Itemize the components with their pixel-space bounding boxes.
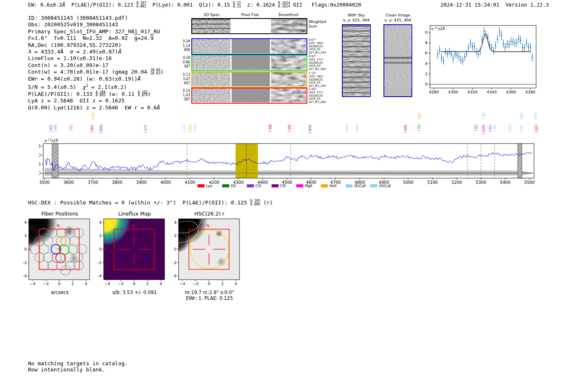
masked-region (518, 144, 522, 178)
line-legend: LyαOIICIVCIIIMgIIHeII(K)CaII(H)CaII (197, 184, 391, 188)
spec2d-col-header-2: Smoothed (269, 12, 308, 17)
legend-label: OII (231, 184, 236, 188)
fiber-panel-title: Fiber Positions (23, 211, 97, 217)
svg-text:8: 8 (425, 40, 427, 45)
emission-line-label: Hδ ( (344, 125, 348, 132)
svg-text:2: 2 (425, 72, 427, 76)
noise-texture (271, 39, 306, 53)
footer-line-1: No matching targets in catalog. (28, 360, 128, 366)
legend-swatch (296, 184, 303, 188)
spec2d-col-header-0: 2D Spec (192, 12, 231, 17)
legend-swatch (321, 184, 328, 188)
spec2d-row (191, 72, 307, 88)
svg-text:−2: −2 (172, 260, 177, 265)
svg-text:−4: −4 (30, 281, 35, 286)
info-line: F=1.6" T=0.111 N=1.32 A=0.92 g=24.9 (28, 35, 163, 42)
legend-label: MgII (305, 184, 312, 188)
emission-line-label: CII ( (474, 125, 477, 131)
svg-text:3500: 3500 (39, 180, 49, 185)
svg-text:0: 0 (58, 281, 60, 286)
svg-text:4: 4 (160, 281, 162, 286)
emission-line-label: OII ( (193, 125, 197, 132)
svg-text:4380: 4380 (525, 90, 535, 94)
info-line: Primary Spec_Slot_IFU_AMP: 327_081_017_R… (28, 28, 163, 35)
emission-line-label: OIII ( (519, 112, 523, 120)
emission-line-label: OII ( (182, 125, 186, 132)
legend-label: CIII (280, 184, 286, 188)
emission-line-label: Hβ ( (481, 112, 485, 119)
spec2d-row-right-labels: 0.67"(425, 404)20200525v019_02327_RU_043 (309, 39, 326, 55)
svg-text:4320: 4320 (467, 90, 477, 94)
emission-line-label: CIII ( (417, 112, 421, 120)
with-sky-subtitle: x, y: 425, 404 (337, 18, 375, 22)
info-line: Obs: 20200525v019_3008451143 (28, 21, 163, 28)
svg-text:0: 0 (208, 281, 210, 286)
emission-line-label: SiIV ( (143, 125, 147, 133)
spec2d-row-left-labels: 0.341.14406 (179, 39, 190, 53)
stacked-fraction: 0.1970.082 (136, 2, 146, 8)
svg-text:0: 0 (24, 247, 27, 251)
spec2d-row-right-labels: 1.13"(425, 395)20200525v019_01327_RU_042 (309, 72, 326, 88)
noise-texture (271, 88, 306, 102)
svg-text:15: 15 (39, 144, 41, 148)
legend-swatch (222, 184, 229, 188)
svg-text:−4: −4 (179, 281, 185, 286)
svg-text:5: 5 (39, 162, 41, 167)
emission-line-label: SiII ( (287, 125, 291, 132)
svg-text:−4: −4 (172, 274, 177, 278)
noise-texture (192, 88, 230, 102)
legend-swatch (247, 184, 254, 188)
legend-label: (H)CaII (379, 184, 391, 188)
legend-label: (K)CaII (354, 184, 366, 188)
emission-line-labels: CIV (SiII (CII (SiV (OVI (HeII (SiIV (OI… (49, 112, 538, 135)
svg-text:4: 4 (24, 220, 27, 225)
elixer-report-page: EW: 0.6±0.2Å P(LAE)/P(OII): 0.123 0.1970… (0, 0, 576, 392)
clean-image-subtitle: x, y: 425, 404 (379, 18, 417, 22)
flux-units-label: e-17x2Å (44, 138, 58, 143)
svg-text:0: 0 (133, 281, 135, 286)
spec2d-col-header-1: Pixel Flat (230, 12, 269, 17)
svg-text:−2: −2 (193, 281, 198, 286)
spec2d-row-right-labels: 1.43"(423, 571)20200525v019_01327_RU_062 (309, 88, 326, 104)
stacked-fraction: 0.16240.1624 (278, 2, 290, 8)
svg-text:2: 2 (146, 281, 149, 286)
svg-text:0: 0 (174, 247, 177, 251)
emission-line-label: Hδ ( (355, 125, 358, 132)
info-line: ID: 3008451143 (3008451143.pdf) (28, 15, 163, 21)
lineflux-map-plot: NE−4−4−2−2002244 (98, 216, 172, 290)
east-label: E (104, 247, 107, 251)
svg-text:4: 4 (235, 281, 237, 286)
spec2d-row (191, 38, 307, 55)
spec2d-row-left-labels: 0.180.86387 (179, 56, 190, 69)
svg-text:6: 6 (425, 51, 427, 55)
info-line: EWr = 0.94(±0.28) (w: 0.63(±0.19))Å (28, 76, 163, 82)
header-summary: EW: 0.6±0.2Å P(LAE)/P(OII): 0.123 0.1970… (28, 2, 361, 8)
legend-label: HeII (330, 184, 337, 188)
svg-text:0: 0 (99, 247, 102, 251)
emission-line-label: HeII ( (99, 125, 102, 133)
emission-line-label: CII ( (69, 125, 72, 131)
svg-text:5300: 5300 (476, 180, 486, 185)
east-label: E (179, 247, 181, 251)
spec2d-row-left-labels: 0.101.43387 (179, 89, 190, 102)
with-sky-image (342, 24, 371, 97)
footer-line-2: Row intentionally blank. (28, 366, 105, 373)
stacked-fraction: 0.2090.093 (95, 91, 105, 97)
svg-text:4340: 4340 (487, 90, 497, 94)
noise-texture (192, 39, 230, 53)
emission-line-label: OIII ( (519, 125, 523, 132)
header-version: Version 1.22.3 (506, 2, 549, 8)
svg-text:10: 10 (39, 153, 41, 158)
svg-text:4280: 4280 (429, 90, 439, 94)
svg-text:4300: 4300 (448, 90, 458, 94)
clean-image (383, 24, 412, 97)
info-line: λ = 4333.4Å σ = 2.49(±0.87)Å (28, 49, 163, 55)
hsc-dex-summary: HSC-DEX : Possible Matches = 0 (within +… (28, 199, 273, 206)
masked-region (52, 144, 58, 178)
clean-image-title: Clean Image (379, 13, 417, 17)
east-label: E (29, 247, 32, 251)
svg-text:2: 2 (99, 233, 102, 238)
svg-text:2: 2 (24, 233, 27, 238)
info-line: LineFlux = 1.10(±0.31)e-16 (28, 55, 163, 62)
svg-text:3700: 3700 (88, 180, 98, 185)
